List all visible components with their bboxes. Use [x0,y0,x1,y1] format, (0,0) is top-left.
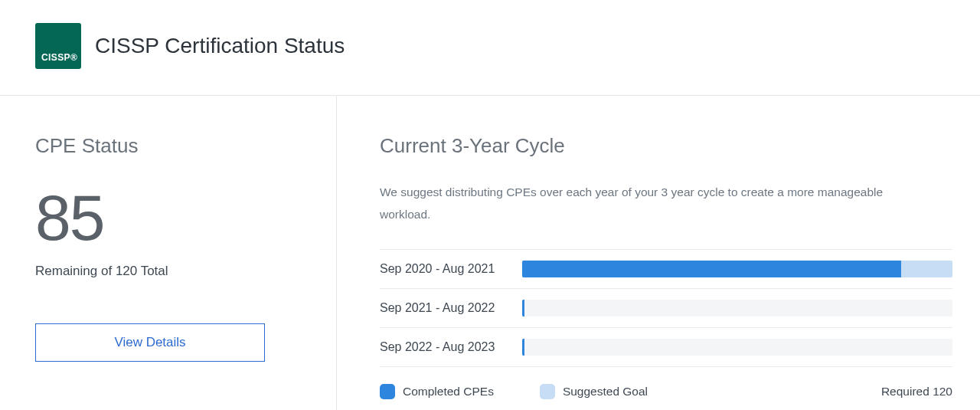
cycle-heading: Current 3-Year Cycle [380,134,952,158]
cycle-year-label: Sep 2021 - Aug 2022 [380,301,522,315]
legend-completed-label: Completed CPEs [403,385,494,399]
completed-bar-fill [522,339,524,356]
cycle-legend: Completed CPEs Suggested Goal Required 1… [380,367,952,399]
cycle-subtitle: We suggest distributing CPEs over each y… [380,181,931,226]
legend-completed-swatch [380,384,395,399]
view-details-button[interactable]: View Details [35,323,265,362]
completed-bar-fill [522,261,901,277]
cycle-bars: Sep 2020 - Aug 2021Sep 2021 - Aug 2022Se… [380,249,952,367]
cycle-panel: Current 3-Year Cycle We suggest distribu… [337,96,980,410]
cycle-year-row: Sep 2021 - Aug 2022 [380,288,952,327]
logo-text: CISSP® [41,52,77,63]
cycle-year-label: Sep 2020 - Aug 2021 [380,262,522,276]
legend-suggested-label: Suggested Goal [563,385,648,399]
legend-suggested-swatch [540,384,555,399]
cycle-year-row: Sep 2020 - Aug 2021 [380,249,952,288]
legend-completed: Completed CPEs [380,384,494,399]
cpe-remaining-caption: Remaining of 120 Total [35,264,301,279]
legend-suggested: Suggested Goal [540,384,648,399]
cpe-remaining-value: 85 [35,185,301,250]
completed-bar-fill [522,300,524,317]
page-header: CISSP® CISSP Certification Status [0,0,980,96]
cycle-year-bar [522,339,952,356]
cycle-year-row: Sep 2022 - Aug 2023 [380,327,952,367]
required-total-label: Required 120 [881,385,952,399]
cycle-year-label: Sep 2022 - Aug 2023 [380,340,522,354]
cpe-status-panel: CPE Status 85 Remaining of 120 Total Vie… [0,96,337,410]
cpe-status-heading: CPE Status [35,134,301,158]
cycle-year-bar [522,300,952,317]
cycle-year-bar [522,261,952,277]
content-body: CPE Status 85 Remaining of 120 Total Vie… [0,96,980,410]
page-title: CISSP Certification Status [95,34,345,58]
cissp-logo-icon: CISSP® [35,23,81,69]
